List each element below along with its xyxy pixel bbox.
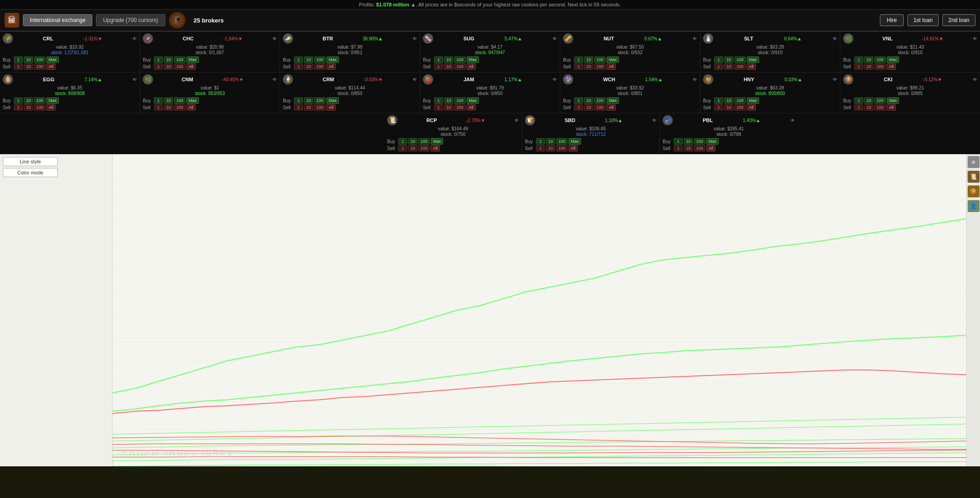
buy-max-pbl[interactable]: Max	[706, 138, 719, 145]
buy-1-chc[interactable]: 1	[154, 56, 163, 63]
buy-1-nut[interactable]: 1	[574, 56, 583, 63]
sell-100-btr[interactable]: 100	[314, 63, 326, 70]
stock-watch-chc[interactable]: 👁	[272, 36, 277, 41]
line-style-button[interactable]: Line style	[3, 157, 58, 166]
sell-10-nut[interactable]: 10	[584, 63, 593, 70]
chart-icon-mid[interactable]: 🍪	[968, 185, 980, 197]
sell-all-egg[interactable]: All	[46, 104, 56, 111]
buy-100-nut[interactable]: 100	[594, 56, 606, 63]
chart-icon-top[interactable]: ⚙	[968, 156, 980, 168]
sell-100-vnl[interactable]: 100	[874, 63, 886, 70]
buy-max-slt[interactable]: Max	[747, 56, 759, 63]
sell-1-egg[interactable]: 1	[14, 104, 23, 111]
buy-100-cnm[interactable]: 100	[174, 97, 186, 104]
buy-100-egg[interactable]: 100	[34, 97, 45, 104]
buy-10-jam[interactable]: 10	[444, 97, 453, 104]
sell-100-crm[interactable]: 100	[314, 104, 326, 111]
buy-1-crl[interactable]: 1	[14, 56, 23, 63]
sell-1-cnm[interactable]: 1	[154, 104, 163, 111]
buy-max-cnm[interactable]: Max	[186, 97, 199, 104]
stock-watch-vnl[interactable]: 👁	[973, 36, 977, 41]
stock-watch-sug[interactable]: 👁	[552, 36, 557, 41]
sell-all-btr[interactable]: All	[327, 63, 336, 70]
sell-100-rcp[interactable]: 100	[418, 145, 430, 151]
buy-100-pbl[interactable]: 100	[694, 138, 705, 145]
sell-100-hny[interactable]: 100	[734, 104, 746, 111]
buy-1-cnm[interactable]: 1	[154, 97, 163, 104]
buy-1-egg[interactable]: 1	[14, 97, 23, 104]
sell-all-cki[interactable]: All	[887, 104, 896, 111]
sell-all-wch[interactable]: All	[607, 104, 616, 111]
hire-button[interactable]: Hire	[880, 14, 904, 26]
sell-all-hny[interactable]: All	[747, 104, 756, 111]
stock-watch-crl[interactable]: 👁	[132, 36, 137, 41]
buy-max-cki[interactable]: Max	[887, 97, 899, 104]
sell-1-hny[interactable]: 1	[714, 104, 723, 111]
sell-10-crl[interactable]: 10	[24, 63, 33, 70]
sell-1-vnl[interactable]: 1	[854, 63, 863, 70]
buy-1-pbl[interactable]: 1	[674, 138, 683, 145]
sell-10-slt[interactable]: 10	[724, 63, 733, 70]
sell-10-sbd[interactable]: 10	[546, 145, 555, 151]
buy-10-sug[interactable]: 10	[444, 56, 453, 63]
sell-all-sbd[interactable]: All	[569, 145, 578, 151]
buy-100-vnl[interactable]: 100	[874, 56, 886, 63]
buy-1-crm[interactable]: 1	[294, 97, 303, 104]
stock-watch-btr[interactable]: 👁	[412, 36, 417, 41]
sell-1-chc[interactable]: 1	[154, 63, 163, 70]
sell-10-egg[interactable]: 10	[24, 104, 33, 111]
buy-10-wch[interactable]: 10	[584, 97, 593, 104]
stock-watch-sbd[interactable]: 👁	[652, 118, 657, 123]
sell-10-cki[interactable]: 10	[864, 104, 873, 111]
exchange-tab[interactable]: International exchange	[23, 14, 92, 26]
buy-1-sbd[interactable]: 1	[536, 138, 545, 145]
stock-watch-wch[interactable]: 👁	[693, 77, 697, 82]
sell-10-jam[interactable]: 10	[444, 104, 453, 111]
sell-100-cki[interactable]: 100	[874, 104, 886, 111]
sell-100-cnm[interactable]: 100	[174, 104, 186, 111]
stock-watch-jam[interactable]: 👁	[552, 77, 557, 82]
sell-1-sug[interactable]: 1	[434, 63, 443, 70]
buy-100-rcp[interactable]: 100	[418, 138, 430, 145]
sell-all-chc[interactable]: All	[186, 63, 196, 70]
buy-max-sug[interactable]: Max	[467, 56, 479, 63]
buy-10-slt[interactable]: 10	[724, 56, 733, 63]
buy-10-rcp[interactable]: 10	[408, 138, 417, 145]
sell-10-pbl[interactable]: 10	[684, 145, 693, 151]
stock-watch-rcp[interactable]: 👁	[514, 118, 519, 123]
buy-1-hny[interactable]: 1	[714, 97, 723, 104]
sell-all-sug[interactable]: All	[467, 63, 476, 70]
sell-all-jam[interactable]: All	[467, 104, 476, 111]
sell-1-crl[interactable]: 1	[14, 63, 23, 70]
buy-10-sbd[interactable]: 10	[546, 138, 555, 145]
buy-100-crm[interactable]: 100	[314, 97, 326, 104]
buy-100-hny[interactable]: 100	[734, 97, 746, 104]
sell-all-vnl[interactable]: All	[887, 63, 896, 70]
buy-10-crl[interactable]: 10	[24, 56, 33, 63]
sell-100-sug[interactable]: 100	[454, 63, 466, 70]
sell-all-nut[interactable]: All	[607, 63, 616, 70]
buy-10-cki[interactable]: 10	[864, 97, 873, 104]
sell-10-vnl[interactable]: 10	[864, 63, 873, 70]
buy-1-rcp[interactable]: 1	[398, 138, 407, 145]
buy-max-egg[interactable]: Max	[46, 97, 59, 104]
buy-10-pbl[interactable]: 10	[684, 138, 693, 145]
buy-1-sug[interactable]: 1	[434, 56, 443, 63]
stock-watch-hny[interactable]: 👁	[833, 77, 837, 82]
buy-1-btr[interactable]: 1	[294, 56, 303, 63]
sell-1-slt[interactable]: 1	[714, 63, 723, 70]
sell-1-btr[interactable]: 1	[294, 63, 303, 70]
buy-10-nut[interactable]: 10	[584, 56, 593, 63]
stock-watch-cnm[interactable]: 👁	[272, 77, 277, 82]
loan1-button[interactable]: 1st loan	[907, 14, 939, 26]
buy-10-btr[interactable]: 10	[304, 56, 313, 63]
stock-watch-egg[interactable]: 👁	[132, 77, 137, 82]
stock-watch-cki[interactable]: 👁	[973, 77, 977, 82]
buy-1-cki[interactable]: 1	[854, 97, 863, 104]
chart-icon-bot[interactable]: 👤	[968, 200, 980, 212]
buy-max-nut[interactable]: Max	[607, 56, 619, 63]
buy-100-crl[interactable]: 100	[34, 56, 45, 63]
sell-10-cnm[interactable]: 10	[164, 104, 173, 111]
buy-max-vnl[interactable]: Max	[887, 56, 899, 63]
sell-1-sbd[interactable]: 1	[536, 145, 545, 151]
